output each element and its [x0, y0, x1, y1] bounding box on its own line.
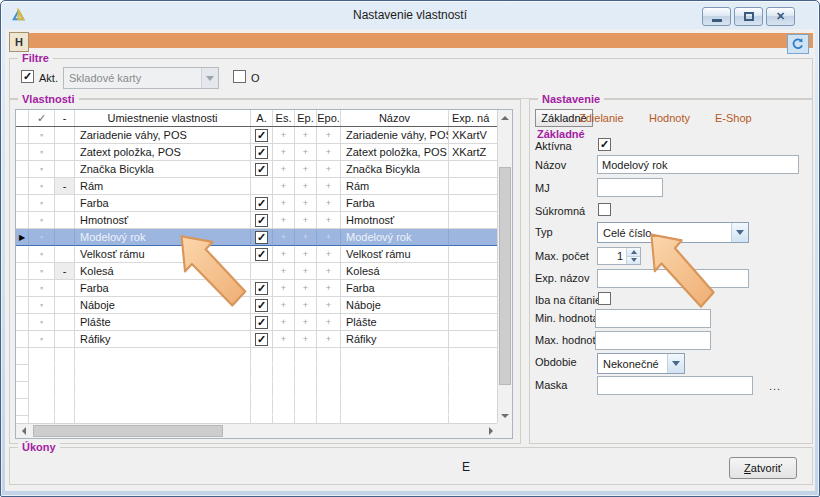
row-marker — [29, 348, 55, 365]
close-button[interactable]: ✕ — [766, 7, 795, 26]
header-dash-column[interactable]: - — [55, 110, 75, 126]
nazov-input[interactable] — [597, 155, 799, 174]
titlebar[interactable]: Nastavenie vlastností ✕ — [1, 1, 819, 29]
mj-input[interactable] — [597, 178, 663, 197]
o-checkbox[interactable] — [233, 70, 246, 83]
settings-label: Nastavenie — [538, 93, 604, 105]
dot-marker-icon: + — [281, 266, 286, 276]
dot-marker-icon: + — [326, 130, 331, 140]
maximize-button[interactable] — [734, 7, 763, 26]
dot-marker-icon: + — [303, 181, 308, 191]
active-checkbox[interactable]: ✓ — [255, 333, 268, 346]
tab-eshop[interactable]: E-Shop — [715, 112, 752, 124]
dot-marker-icon: + — [303, 198, 308, 208]
scroll-left-button[interactable] — [16, 424, 32, 438]
table-row-empty — [16, 382, 499, 399]
table-row[interactable]: ◦Ráfiky✓+++Ráfiky — [16, 331, 499, 348]
cell-active[interactable]: ✓ — [251, 144, 273, 161]
category-combo[interactable]: Skladové karty — [63, 67, 219, 89]
cell-epo — [317, 348, 341, 365]
tab-zdielanie[interactable]: Zdielanie — [579, 112, 624, 124]
active-checkbox[interactable]: ✓ — [255, 163, 268, 176]
cell-active[interactable]: ✓ — [251, 161, 273, 178]
cell-active[interactable] — [251, 178, 273, 195]
iba-na-citanie-checkbox[interactable] — [598, 292, 611, 305]
h-button[interactable]: H — [9, 32, 29, 52]
minimize-button[interactable] — [702, 7, 731, 26]
cell-active[interactable]: ✓ — [251, 195, 273, 212]
cell-epo: + — [317, 229, 341, 246]
max-pocet-spinner[interactable]: 1 — [597, 247, 641, 265]
active-checkbox[interactable]: ✓ — [255, 214, 268, 227]
cell-ep: + — [295, 314, 317, 331]
table-row[interactable]: ◦-Rám+++Rám — [16, 178, 499, 195]
cell-es: + — [273, 297, 295, 314]
table-row[interactable]: ◦Značka Bicykla✓+++Značka Bicykla — [16, 161, 499, 178]
akt-checkbox[interactable]: ✓ — [21, 70, 34, 83]
obdobie-combo-button[interactable] — [667, 354, 684, 373]
table-row[interactable]: ◦Farba✓+++Farba — [16, 195, 499, 212]
table-row[interactable]: ◦Zariadenie váhy, POS✓+++Zariadenie váhy… — [16, 127, 499, 144]
category-combo-button[interactable] — [201, 68, 218, 88]
header-es-column[interactable]: Es. — [273, 110, 295, 126]
row-indicator — [16, 127, 29, 144]
header-location-column[interactable]: Umiestnenie vlastnosti — [75, 110, 251, 126]
properties-table: ✓ - Umiestnenie vlastnosti A. Es. Ep. Ep… — [15, 109, 513, 439]
scroll-down-button[interactable] — [498, 408, 512, 424]
row-group-toggle[interactable]: - — [55, 263, 75, 280]
refresh-button[interactable] — [787, 34, 809, 54]
vertical-scrollbar[interactable] — [497, 110, 512, 425]
active-checkbox[interactable]: ✓ — [255, 129, 268, 142]
maximize-icon — [744, 12, 754, 21]
scrollbar-corner — [497, 423, 512, 438]
active-checkbox[interactable]: ✓ — [255, 197, 268, 210]
typ-label: Typ — [535, 226, 553, 238]
check-icon: ✓ — [600, 139, 609, 150]
cell-es: + — [273, 161, 295, 178]
header-check-column[interactable]: ✓ — [29, 110, 55, 126]
cell-active[interactable]: ✓ — [251, 212, 273, 229]
maska-input[interactable] — [597, 376, 753, 395]
max-hodnota-input[interactable] — [595, 331, 711, 350]
filters-label: Filtre — [18, 52, 53, 64]
max-hodnota-label: Max. hodnota — [535, 334, 602, 346]
cell-location: Ráfiky — [75, 331, 251, 348]
cell-name: Značka Bicykla — [341, 161, 449, 178]
header-ep-column[interactable]: Ep. — [295, 110, 317, 126]
table-row[interactable]: ◦Hmotnosť✓+++Hmotnosť — [16, 212, 499, 229]
spinner-down-button[interactable] — [627, 257, 640, 265]
category-combo-value: Skladové karty — [64, 72, 201, 84]
cell-name — [341, 348, 449, 365]
row-group-toggle — [55, 280, 75, 297]
header-a-column[interactable]: A. — [251, 110, 273, 126]
typ-combo-button[interactable] — [731, 223, 748, 242]
dot-marker-icon: + — [326, 317, 331, 327]
dot-marker-icon: + — [326, 198, 331, 208]
row-marker-icon: ◦ — [40, 283, 43, 293]
spinner-up-button[interactable] — [627, 248, 640, 257]
scroll-up-button[interactable] — [498, 110, 512, 126]
aktivna-checkbox[interactable]: ✓ — [598, 138, 611, 151]
cell-active[interactable]: ✓ — [251, 331, 273, 348]
cell-exp-nazov — [449, 195, 499, 212]
cell-active[interactable]: ✓ — [251, 127, 273, 144]
sukromna-checkbox[interactable] — [598, 203, 611, 216]
obdobie-combo[interactable]: Nekonečné — [597, 353, 685, 374]
horizontal-scrollbar[interactable] — [16, 423, 499, 438]
row-group-toggle — [55, 382, 75, 399]
row-group-toggle[interactable]: - — [55, 178, 75, 195]
maska-more-button[interactable]: ... — [769, 380, 781, 392]
table-row[interactable]: ◦Zatext položka, POS✓+++Zatext položka, … — [16, 144, 499, 161]
zatvorit-button[interactable]: Zatvoriť — [729, 457, 797, 479]
header-epo-column[interactable]: Epo. — [317, 110, 341, 126]
row-group-toggle — [55, 314, 75, 331]
cell-ep: + — [295, 280, 317, 297]
tab-hodnoty[interactable]: Hodnoty — [649, 112, 690, 124]
active-checkbox[interactable]: ✓ — [255, 146, 268, 159]
header-name-column[interactable]: Názov — [341, 110, 449, 126]
cell-exp-nazov — [449, 178, 499, 195]
horizontal-scrollbar-thumb[interactable] — [33, 425, 223, 437]
header-exp-column[interactable]: Exp. ná — [449, 110, 499, 126]
vertical-scrollbar-thumb[interactable] — [499, 167, 511, 385]
cell-ep: + — [295, 331, 317, 348]
